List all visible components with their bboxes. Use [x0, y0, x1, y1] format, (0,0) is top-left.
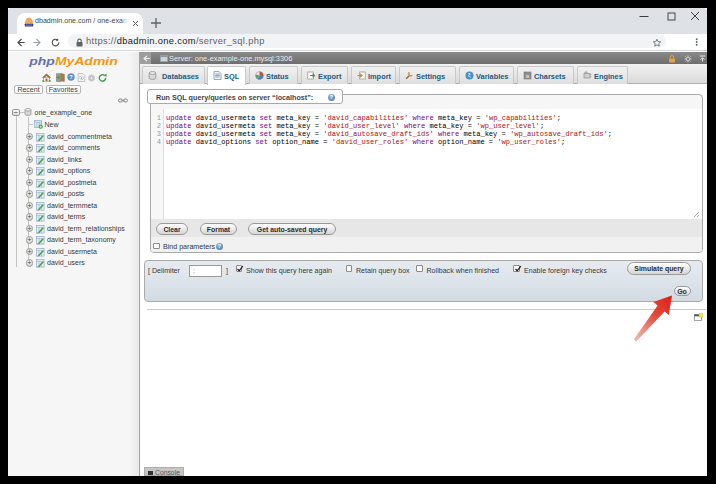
svg-text:?: ?	[69, 74, 73, 80]
svg-text:ξ: ξ	[468, 72, 471, 79]
